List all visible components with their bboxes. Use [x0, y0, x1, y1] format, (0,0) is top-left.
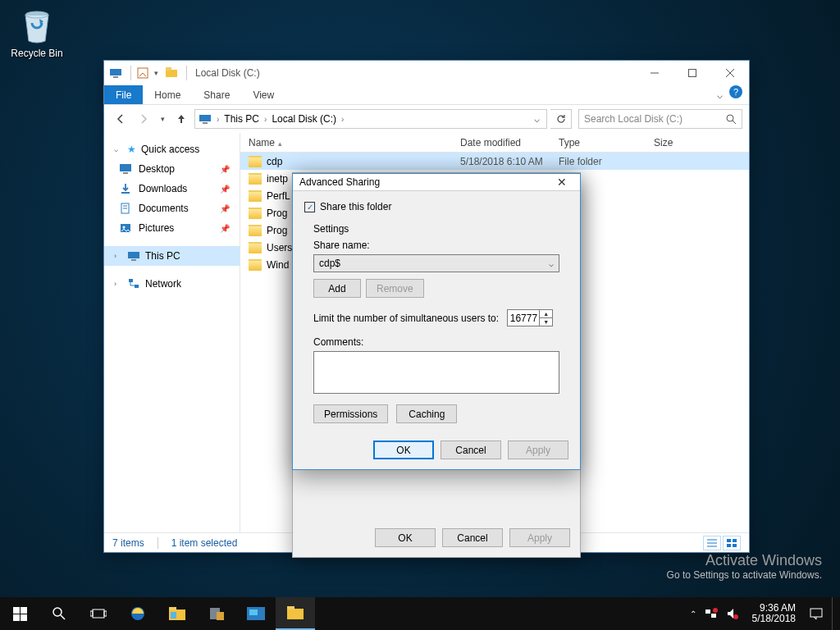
caching-button[interactable]: Caching — [396, 404, 457, 423]
notifications-icon[interactable] — [809, 606, 824, 621]
svg-line-14 — [733, 121, 736, 124]
taskbar-explorer[interactable] — [158, 597, 197, 630]
chevron-right-icon[interactable]: › — [264, 115, 267, 124]
minimize-button[interactable] — [636, 62, 673, 84]
dialog-close-button[interactable]: ✕ — [550, 176, 573, 189]
col-date[interactable]: Date modified — [452, 137, 550, 148]
props-ok-button[interactable]: OK — [375, 528, 436, 547]
comments-input[interactable] — [313, 351, 559, 394]
advanced-sharing-dialog: Advanced Sharing ✕ ✓ Share this folder S… — [292, 173, 581, 470]
svg-point-55 — [733, 614, 738, 619]
nav-desktop[interactable]: Desktop📌 — [104, 159, 240, 179]
svg-rect-33 — [13, 607, 20, 614]
settings-label: Settings — [313, 223, 559, 235]
props-cancel-button[interactable]: Cancel — [442, 528, 503, 547]
taskbar-ie[interactable] — [118, 597, 158, 630]
col-type[interactable]: Type — [550, 137, 646, 148]
show-desktop-button[interactable] — [832, 597, 837, 630]
adv-cancel-button[interactable]: Cancel — [441, 441, 501, 459]
start-button[interactable] — [0, 597, 39, 630]
svg-rect-2 — [110, 69, 121, 75]
svg-rect-15 — [120, 164, 131, 171]
col-name[interactable]: Name▴ — [240, 137, 452, 148]
recycle-bin[interactable]: Recycle Bin — [7, 3, 67, 59]
qat-dropdown-icon[interactable]: ▾ — [154, 69, 158, 77]
nav-pictures[interactable]: Pictures📌 — [104, 218, 240, 238]
nav-downloads[interactable]: Downloads📌 — [104, 179, 240, 199]
chevron-right-icon[interactable]: › — [341, 115, 344, 124]
tab-view[interactable]: View — [241, 85, 285, 104]
forward-button[interactable] — [134, 109, 153, 129]
pc-icon — [109, 66, 122, 80]
tray-up-icon[interactable]: ⌃ — [690, 609, 696, 619]
folder-icon — [249, 173, 262, 185]
remove-button[interactable]: Remove — [366, 279, 424, 298]
share-name-label: Share name: — [313, 240, 559, 251]
col-size[interactable]: Size — [646, 137, 711, 148]
add-button[interactable]: Add — [313, 279, 361, 298]
search-input[interactable]: Search Local Disk (C:) — [578, 109, 742, 129]
maximize-button[interactable] — [673, 62, 711, 84]
svg-rect-3 — [113, 76, 118, 78]
crumb-this-pc[interactable]: This PC — [224, 113, 259, 125]
search-button[interactable] — [39, 597, 79, 630]
dialog-titlebar[interactable]: Advanced Sharing ✕ — [293, 174, 580, 191]
task-view-button[interactable] — [79, 597, 118, 630]
taskbar-app[interactable] — [236, 597, 276, 630]
sort-asc-icon: ▴ — [278, 139, 282, 148]
limit-spinner[interactable]: ▲▼ — [507, 309, 553, 326]
pin-icon: 📌 — [220, 185, 230, 194]
svg-point-54 — [713, 608, 718, 613]
nav-this-pc[interactable]: ›This PC — [104, 246, 240, 266]
tray-network-icon[interactable] — [705, 607, 718, 620]
limit-input[interactable] — [508, 313, 539, 324]
permissions-button[interactable]: Permissions — [313, 404, 388, 423]
taskbar-explorer-active[interactable] — [276, 597, 315, 630]
back-button[interactable] — [111, 109, 130, 129]
adv-apply-button[interactable]: Apply — [508, 441, 568, 459]
nav-documents[interactable]: Documents📌 — [104, 199, 240, 218]
file-row[interactable]: cdp5/18/2018 6:10 AMFile folder — [240, 153, 749, 170]
ribbon-expand-icon[interactable]: ⌵ — [710, 85, 729, 104]
qat-properties-icon[interactable] — [136, 66, 149, 80]
help-icon[interactable]: ? — [729, 85, 742, 98]
spin-down-icon[interactable]: ▼ — [540, 317, 552, 326]
tab-home[interactable]: Home — [143, 85, 192, 104]
svg-rect-47 — [217, 612, 224, 620]
svg-line-38 — [61, 615, 65, 619]
close-button[interactable] — [711, 62, 749, 84]
taskbar-server-manager[interactable] — [197, 597, 236, 630]
address-dropdown-icon[interactable]: ⌵ — [530, 113, 543, 125]
chevron-right-icon[interactable]: › — [217, 115, 219, 124]
svg-rect-24 — [129, 279, 133, 282]
svg-rect-51 — [287, 606, 294, 609]
svg-rect-29 — [727, 539, 731, 542]
nav-network[interactable]: ›Network — [104, 274, 240, 294]
view-details-icon[interactable] — [703, 536, 721, 550]
qat-sep — [130, 66, 131, 80]
svg-rect-40 — [90, 611, 93, 616]
settings-group: Settings Share name: cdp$ ⌵ Add Remove L… — [304, 219, 568, 432]
titlebar[interactable]: ▾ Local Disk (C:) — [104, 61, 749, 85]
up-button[interactable] — [171, 109, 191, 129]
refresh-button[interactable] — [550, 109, 572, 129]
svg-rect-8 — [689, 70, 696, 77]
spin-up-icon[interactable]: ▲ — [540, 310, 552, 317]
share-folder-checkbox[interactable]: ✓ Share this folder — [304, 201, 568, 212]
nav-quick-access[interactable]: ⌵★Quick access — [104, 139, 240, 159]
view-large-icon[interactable] — [723, 536, 741, 550]
pc-icon — [127, 249, 140, 262]
recent-dropdown-icon[interactable]: ▾ — [157, 109, 168, 129]
share-name-combo[interactable]: cdp$ ⌵ — [313, 254, 559, 272]
tray-clock[interactable]: 9:36 AM 5/18/2018 — [747, 603, 801, 624]
adv-ok-button[interactable]: OK — [373, 441, 434, 459]
tab-share[interactable]: Share — [192, 85, 241, 104]
props-apply-button[interactable]: Apply — [509, 528, 570, 547]
crumb-drive[interactable]: Local Disk (C:) — [272, 113, 336, 125]
svg-rect-44 — [169, 607, 176, 610]
downloads-icon — [119, 182, 132, 195]
address-bar[interactable]: › This PC › Local Disk (C:) › ⌵ — [194, 109, 547, 129]
recycle-bin-label: Recycle Bin — [7, 48, 67, 59]
tab-file[interactable]: File — [104, 85, 143, 104]
tray-volume-icon[interactable] — [726, 607, 739, 620]
